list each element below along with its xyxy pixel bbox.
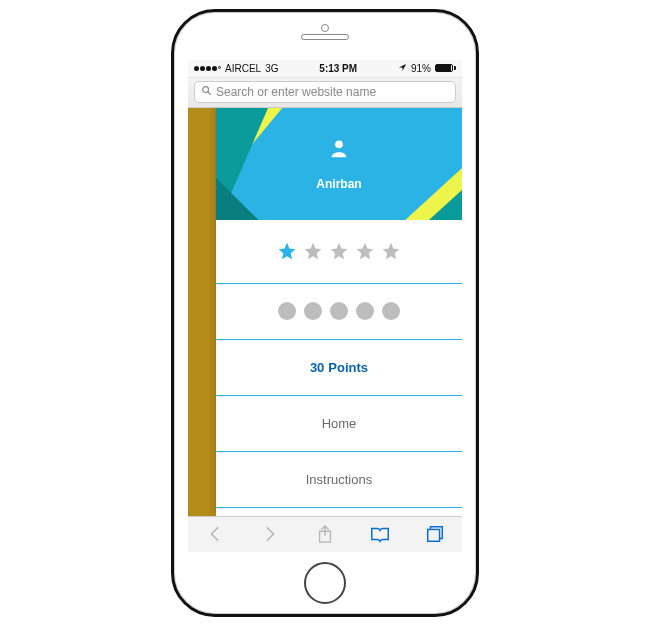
star-icon (355, 241, 375, 261)
progress-dots (278, 302, 400, 320)
battery-pct-label: 91% (411, 63, 431, 74)
signal-dots-icon (194, 66, 221, 71)
clock-label: 5:13 PM (319, 63, 357, 74)
dot-icon (382, 302, 400, 320)
phone-camera (321, 24, 329, 32)
home-button[interactable] (304, 562, 346, 604)
svg-point-0 (203, 87, 209, 93)
page-content: Anirban (188, 108, 462, 516)
dots-row (216, 284, 462, 340)
bookmarks-button[interactable] (369, 523, 391, 545)
rating-row (216, 220, 462, 284)
tabs-button[interactable] (424, 523, 446, 545)
svg-point-8 (335, 140, 343, 148)
network-label: 3G (265, 63, 278, 74)
side-menu-panel: Anirban (216, 108, 462, 516)
points-label: Points (328, 360, 368, 375)
profile-username: Anirban (316, 177, 361, 191)
menu-label: Instructions (306, 472, 372, 487)
back-button[interactable] (204, 523, 226, 545)
menu-item-home[interactable]: Home (216, 396, 462, 452)
dot-icon (356, 302, 374, 320)
star-icon (329, 241, 349, 261)
svg-line-1 (208, 92, 211, 95)
points-value: 30 (310, 360, 324, 375)
points-row[interactable]: 30Points (216, 340, 462, 396)
url-search-field[interactable]: Search or enter website name (194, 81, 456, 103)
browser-urlbar: Search or enter website name (188, 78, 462, 108)
phone-speaker (301, 34, 349, 40)
menu-item-instructions[interactable]: Instructions (216, 452, 462, 508)
dot-icon (278, 302, 296, 320)
share-button[interactable] (314, 523, 336, 545)
star-icon (381, 241, 401, 261)
menu-label: Home (322, 416, 357, 431)
status-bar: AIRCEL 3G 5:13 PM 91% (188, 60, 462, 78)
star-rating[interactable] (277, 241, 401, 261)
phone-screen: AIRCEL 3G 5:13 PM 91% Search or enter we… (188, 60, 462, 552)
user-icon (328, 137, 350, 163)
hero-geometric-bg (216, 108, 462, 220)
svg-rect-10 (427, 529, 439, 541)
dot-icon (304, 302, 322, 320)
url-placeholder: Search or enter website name (216, 85, 376, 99)
dot-icon (330, 302, 348, 320)
browser-toolbar (188, 516, 462, 552)
star-icon (277, 241, 297, 261)
location-icon (398, 63, 407, 74)
search-icon (201, 85, 212, 99)
profile-hero: Anirban (216, 108, 462, 220)
star-icon (303, 241, 323, 261)
phone-frame: AIRCEL 3G 5:13 PM 91% Search or enter we… (171, 9, 479, 617)
battery-icon (435, 64, 456, 72)
forward-button[interactable] (259, 523, 281, 545)
carrier-label: AIRCEL (225, 63, 261, 74)
